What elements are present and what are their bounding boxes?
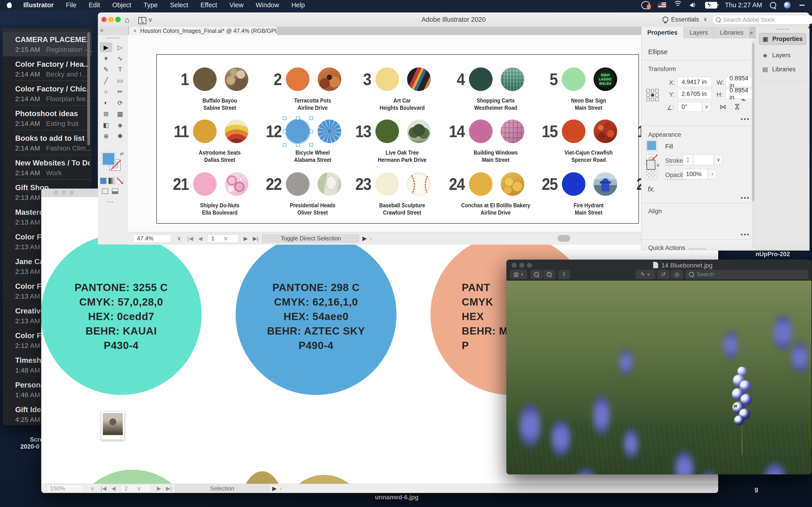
note-list-item[interactable]: Color Factory / Chic...2:14 AMFloorplan … [3, 81, 92, 106]
color-swatch-circle[interactable] [286, 172, 309, 196]
fill-swatch[interactable] [102, 152, 115, 165]
selection-handle[interactable] [309, 130, 313, 133]
magic-wand-tool[interactable]: ✶ [100, 53, 112, 63]
menu-item-illustrator[interactable]: Illustrator [17, 0, 60, 10]
lightbulb-icon[interactable] [662, 16, 668, 22]
selection-handle[interactable] [283, 130, 286, 133]
spotlight-icon[interactable] [770, 2, 776, 8]
desktop-file-label[interactable]: nUpPro-202 [756, 251, 790, 258]
fx-button[interactable]: fx. [648, 185, 655, 193]
color-swatch-circle[interactable] [562, 172, 586, 196]
x-field[interactable]: 4.9417 in [678, 77, 712, 87]
siri-icon[interactable] [784, 2, 791, 9]
stroke-weight-stepper[interactable]: ∧∨ [682, 155, 693, 165]
stroke-weight-field[interactable] [693, 155, 714, 165]
prev-artboard-button[interactable]: ◀ [111, 485, 115, 492]
selection-handle[interactable] [283, 143, 286, 147]
angle-dropdown-icon[interactable]: ∨ [702, 102, 711, 112]
illustrator-titlebar[interactable]: ⌂ ∨ Adobe Illustrator 2020 Essentials ∨ … [98, 12, 809, 27]
tab-properties[interactable]: Properties [642, 27, 684, 39]
first-artboard-button[interactable]: |◀ [188, 235, 193, 242]
volume-icon[interactable]: ) [690, 2, 697, 8]
shape-builder-tool[interactable]: ◐ [100, 98, 112, 108]
opacity-field[interactable]: 100% [682, 169, 708, 179]
tab-libraries[interactable]: Libraries [714, 27, 750, 39]
control-center-icon[interactable] [798, 2, 806, 8]
color-swatch-circle[interactable] [562, 119, 586, 143]
menu-item-object[interactable]: Object [106, 0, 137, 10]
photo-circle-crawfish[interactable] [594, 119, 617, 143]
note-list-item[interactable]: CAMERA PLACEME...2:15 AMRegistration –..… [3, 32, 92, 56]
angle-field[interactable]: 0° [678, 102, 702, 112]
photo-circle-baseball[interactable] [407, 172, 431, 196]
menu-item-file[interactable]: File [60, 0, 83, 10]
photo-circle-donuts[interactable] [225, 172, 248, 196]
color-swatch-circle[interactable] [193, 172, 217, 196]
draw-normal-icon[interactable] [102, 188, 108, 194]
reference-point-grid[interactable] [646, 89, 659, 101]
photo-circle-windows[interactable] [501, 119, 524, 143]
rotate-button[interactable]: ↺ [657, 270, 669, 279]
grid-tool[interactable]: ⊞ [100, 109, 112, 119]
zoom-level-select[interactable]: 150% [47, 484, 84, 493]
color-swatch-circle[interactable] [469, 172, 493, 196]
placed-photo-thumbnail[interactable] [101, 411, 124, 440]
photo-circle-neon[interactable]: EQUILASSICMALES [594, 67, 617, 91]
workspace-switcher[interactable]: Essentials [671, 16, 699, 23]
play-icon[interactable]: ▶ [362, 235, 367, 242]
notes-scrollbar[interactable] [87, 32, 90, 145]
zoom-level-select[interactable]: 47.4% [134, 234, 171, 243]
creative-cloud-icon[interactable] [641, 1, 650, 9]
drag-handle[interactable] [776, 29, 790, 30]
pencil-tool[interactable]: ✏ [114, 87, 126, 97]
color-swatch-circle[interactable] [375, 172, 399, 196]
photo-circle-bayou[interactable] [225, 67, 248, 91]
photo-circle-heads[interactable] [318, 172, 341, 196]
menu-item-view[interactable]: View [223, 0, 249, 10]
draw-button[interactable]: ◎ [671, 270, 683, 279]
desktop-file-label[interactable]: g [754, 486, 758, 493]
color-swatch-circle[interactable] [469, 119, 493, 143]
apple-logo-icon[interactable] [7, 2, 12, 8]
stroke-label[interactable]: Stroke [665, 157, 683, 165]
selection-tool[interactable]: ▶ [100, 42, 112, 52]
selection-handle[interactable] [296, 116, 300, 120]
wifi-icon[interactable] [674, 2, 682, 8]
artboard-tool[interactable]: ◧ [100, 120, 112, 130]
search-input[interactable]: Search [686, 270, 808, 279]
selection-handle[interactable] [309, 143, 313, 147]
zoom-tool[interactable]: ⊕ [100, 131, 112, 141]
menu-item-edit[interactable]: Edit [83, 0, 106, 10]
markup-button[interactable]: ✎ ∨ [636, 270, 655, 279]
first-artboard-button[interactable]: |◀ [101, 485, 106, 492]
panel-scrollbar[interactable] [752, 40, 755, 248]
color-swatch-circle[interactable] [193, 67, 217, 91]
scroll-left-icon[interactable]: ‹ [370, 235, 372, 242]
panel-resize-handle[interactable] [689, 248, 707, 250]
note-list-item[interactable]: New Websites / To Do2:14 AMWork [3, 155, 92, 180]
lasso-tool[interactable]: ∿ [114, 53, 126, 63]
color-swatch-circle[interactable] [375, 119, 399, 143]
none-button[interactable] [117, 178, 123, 184]
last-artboard-button[interactable]: ▶| [166, 485, 172, 492]
zoom-out-button[interactable]: − [530, 270, 542, 279]
menu-item-help[interactable]: Help [285, 0, 311, 10]
sidebar-toggle-button[interactable]: ▥ ∨ [510, 270, 527, 279]
close-icon[interactable] [54, 190, 58, 195]
photo-circle-carts[interactable] [501, 67, 524, 91]
flip-vertical-icon[interactable]: ⋈ [733, 103, 741, 110]
selection-handle[interactable] [283, 116, 286, 120]
stroke-dropdown-icon[interactable]: ∨ [714, 155, 723, 165]
battery-icon[interactable]: ϟ [705, 2, 717, 9]
minimize-icon[interactable] [61, 190, 66, 195]
last-artboard-button[interactable]: ▶| [253, 235, 258, 242]
scroll-left-icon[interactable]: ‹ [280, 485, 282, 492]
zoom-icon[interactable] [69, 190, 74, 195]
zoom-icon[interactable] [527, 263, 532, 268]
photo-circle-terracotta[interactable] [318, 67, 341, 91]
dock-properties-button[interactable]: ▣ Properties [759, 33, 806, 45]
photo-circle-seats[interactable] [225, 119, 248, 143]
rectangle-tool[interactable]: ▭ [114, 75, 126, 86]
selection-handle[interactable] [296, 143, 300, 147]
toolbar-more-icon[interactable]: ⋯ [107, 198, 114, 206]
